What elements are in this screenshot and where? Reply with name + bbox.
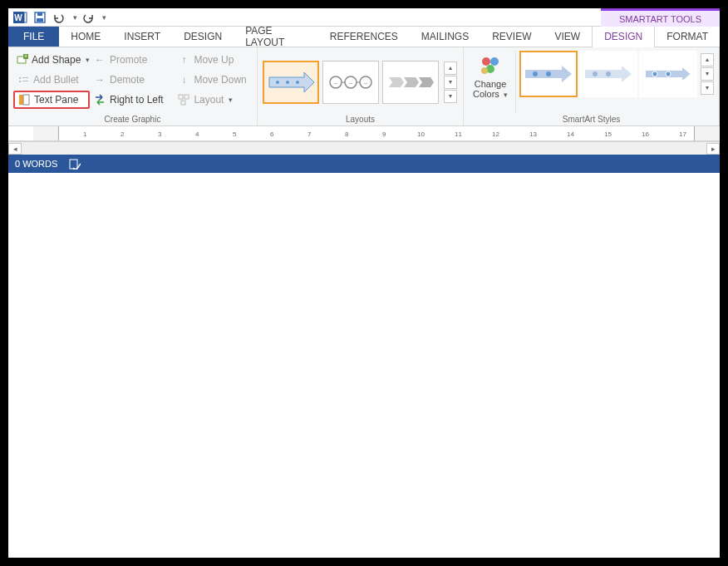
svg-point-28 [490,57,499,66]
svg-rect-16 [184,95,189,99]
layout-thumb-3[interactable] [382,61,439,104]
redo-button[interactable] [81,9,97,26]
rtl-label: Right to Left [110,94,164,106]
svg-rect-4 [37,12,42,16]
undo-more-caret[interactable]: ▾ [73,13,77,22]
add-bullet-icon [17,73,30,86]
tab-page-layout[interactable]: PAGE LAYOUT [234,27,318,47]
styles-scroll-down[interactable]: ▾ [701,67,714,81]
style-thumb-3[interactable] [639,51,697,97]
styles-scroll-up[interactable]: ▴ [701,53,714,66]
svg-text:17: 17 [679,130,686,138]
svg-rect-5 [37,18,43,22]
text-pane-button[interactable]: Text Pane [13,91,90,109]
svg-point-33 [593,71,598,76]
add-bullet-button: Add Bullet [13,71,90,89]
rtl-icon [93,93,106,106]
undo-button[interactable] [52,9,68,26]
add-shape-button[interactable]: + Add Shape ▾ [13,51,90,69]
svg-text:13: 13 [529,130,537,138]
svg-rect-11 [19,81,21,82]
layouts-group-label: Layouts [263,113,458,124]
styles-more[interactable]: ▾ [701,81,714,95]
svg-text:6: 6 [270,130,274,138]
layouts-scroll-up[interactable]: ▴ [444,62,457,75]
svg-point-20 [296,81,299,84]
word-count[interactable]: 0 WORDS [15,159,57,169]
promote-icon: ← [93,53,106,66]
tab-insert[interactable]: INSERT [112,27,172,47]
change-colors-button[interactable]: Change Colors ▾ [469,51,512,99]
svg-rect-15 [179,95,183,99]
tab-home[interactable]: HOME [59,27,112,47]
svg-text:5: 5 [233,130,237,138]
svg-text:–: – [334,79,338,86]
layout-thumb-1[interactable] [263,61,319,104]
promote-button: ← Promote [90,51,174,69]
svg-text:–: – [349,79,353,86]
svg-text:–: – [364,79,368,86]
svg-text:9: 9 [382,130,386,138]
style-thumb-2[interactable] [579,51,637,97]
svg-text:11: 11 [455,130,462,138]
tab-smartart-format[interactable]: FORMAT [655,27,720,47]
add-shape-label: Add Shape [32,54,81,66]
add-shape-icon: + [17,53,28,66]
svg-text:10: 10 [417,130,425,138]
tab-references[interactable]: REFERENCES [318,27,410,47]
horizontal-ruler[interactable]: 123 456 789 101112 131415 1617 [8,126,720,141]
text-pane-label: Text Pane [34,94,78,106]
svg-text:8: 8 [345,130,349,138]
scroll-right-button[interactable]: ▸ [706,143,720,155]
svg-rect-12 [22,81,28,81]
demote-button: → Demote [90,71,174,89]
svg-text:3: 3 [158,130,162,138]
svg-text:16: 16 [642,130,649,138]
move-up-button: ↑ Move Up [174,51,252,69]
layout-button: Layout ▾ [174,91,252,109]
tab-view[interactable]: VIEW [544,27,593,47]
layout-thumb-2[interactable]: ––– [322,61,379,104]
word-app-icon: W [12,9,28,26]
proofing-icon[interactable] [69,158,81,170]
move-down-label: Move Down [194,74,246,86]
add-bullet-label: Add Bullet [33,74,79,86]
svg-rect-2 [24,12,27,22]
svg-text:4: 4 [195,130,199,138]
svg-text:15: 15 [604,130,612,138]
svg-point-19 [286,81,289,84]
svg-text:7: 7 [307,130,312,138]
svg-point-32 [546,71,551,76]
right-to-left-button[interactable]: Right to Left [90,91,174,109]
svg-point-31 [533,71,538,76]
tab-mailings[interactable]: MAILINGS [410,27,480,47]
tab-design[interactable]: DESIGN [172,27,234,47]
demote-label: Demote [110,74,145,86]
move-up-label: Move Up [194,54,234,66]
qat-customize-caret[interactable]: ▾ [102,13,106,22]
scroll-left-button[interactable]: ◂ [8,143,22,155]
change-colors-l1: Change [475,79,507,89]
svg-rect-14 [23,95,29,105]
svg-point-18 [276,81,279,84]
style-thumb-1[interactable] [519,51,578,97]
move-down-icon: ↓ [177,73,190,86]
svg-text:1: 1 [83,130,87,138]
svg-point-34 [606,71,611,76]
create-graphic-group-label: Create Graphic [13,113,252,124]
svg-rect-55 [70,160,77,169]
change-colors-icon [478,54,503,79]
layouts-more[interactable]: ▾ [444,90,457,103]
tab-review[interactable]: REVIEW [480,27,543,47]
tab-smartart-design[interactable]: DESIGN [592,27,655,47]
layouts-scroll-down[interactable]: ▾ [444,76,457,89]
promote-label: Promote [110,54,147,66]
horizontal-scrollbar[interactable]: ◂ ▸ [8,141,720,155]
svg-rect-13 [19,95,23,105]
tab-file[interactable]: FILE [8,27,59,47]
save-button[interactable] [32,9,48,26]
move-up-icon: ↑ [177,53,190,66]
svg-text:W: W [14,13,22,22]
svg-text:14: 14 [567,130,574,138]
svg-rect-10 [22,77,28,78]
